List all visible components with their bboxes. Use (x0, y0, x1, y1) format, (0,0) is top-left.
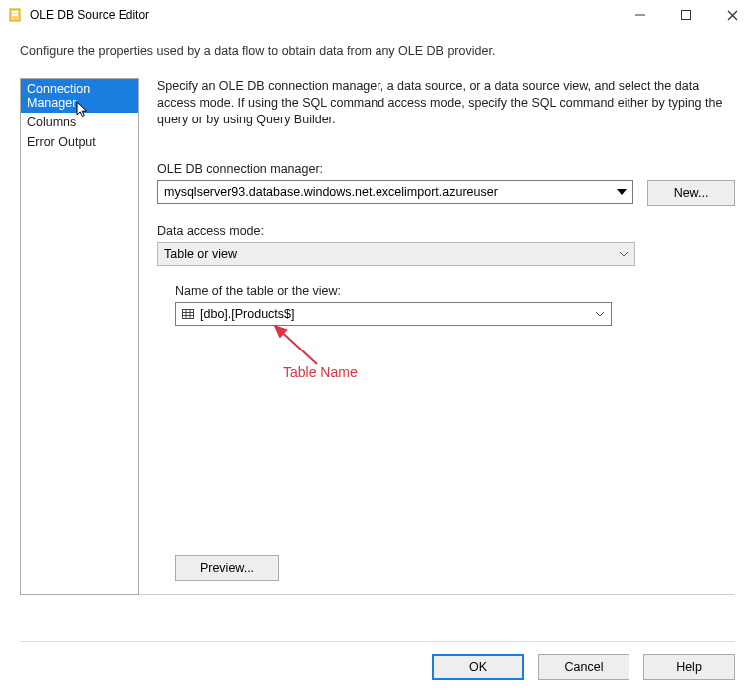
minimize-button[interactable] (618, 0, 663, 30)
connection-manager-dropdown[interactable]: mysqlserver93.database.windows.net.excel… (157, 180, 633, 204)
main-area: Connection Manager Columns Error Output … (20, 78, 735, 595)
new-button-label: New... (674, 186, 709, 200)
cancel-button[interactable]: Cancel (538, 654, 629, 680)
table-icon (182, 309, 194, 319)
cancel-button-label: Cancel (565, 660, 604, 674)
svg-rect-2 (12, 14, 18, 16)
window-title: OLE DB Source Editor (30, 8, 149, 22)
table-name-value: [dbo].[Products$] (200, 307, 295, 321)
app-icon (8, 7, 24, 23)
sidebar-item-connection-manager[interactable]: Connection Manager (21, 79, 138, 113)
connection-manager-label: OLE DB connection manager: (157, 162, 735, 176)
page-description: Specify an OLE DB connection manager, a … (157, 78, 735, 158)
dialog-footer: OK Cancel Help (0, 643, 755, 700)
new-connection-button[interactable]: New... (647, 180, 735, 206)
data-access-mode-label: Data access mode: (157, 224, 735, 238)
help-button[interactable]: Help (643, 654, 735, 680)
help-button-label: Help (676, 660, 702, 674)
content-pane: Specify an OLE DB connection manager, a … (139, 78, 735, 595)
close-button[interactable] (709, 0, 755, 30)
sidebar-item-label: Connection Manager (27, 82, 90, 110)
dialog-instruction: Configure the properties used by a data … (0, 30, 755, 78)
chevron-down-icon (595, 311, 605, 317)
table-name-label: Name of the table or the view: (175, 284, 735, 298)
preview-button-label: Preview... (200, 561, 254, 575)
table-name-dropdown[interactable]: [dbo].[Products$] (175, 302, 612, 326)
chevron-down-icon (619, 251, 629, 257)
sidebar-item-label: Columns (27, 116, 76, 129)
data-access-mode-value: Table or view (164, 247, 237, 261)
titlebar: OLE DB Source Editor (0, 0, 755, 30)
footer-divider (20, 641, 735, 642)
data-access-mode-dropdown[interactable]: Table or view (157, 242, 635, 266)
annotation-label: Table Name (283, 364, 358, 380)
connection-manager-value: mysqlserver93.database.windows.net.excel… (164, 185, 498, 199)
svg-rect-7 (183, 309, 194, 318)
ok-button[interactable]: OK (432, 654, 524, 680)
chevron-down-icon (617, 189, 627, 195)
maximize-button[interactable] (663, 0, 709, 30)
svg-rect-1 (12, 11, 18, 13)
sidebar-item-label: Error Output (27, 135, 96, 149)
sidebar-item-error-output[interactable]: Error Output (21, 132, 138, 152)
sidebar-item-columns[interactable]: Columns (21, 113, 138, 132)
sidebar: Connection Manager Columns Error Output (20, 78, 139, 595)
svg-rect-4 (682, 11, 691, 20)
preview-button[interactable]: Preview... (175, 555, 279, 581)
ok-button-label: OK (469, 660, 487, 674)
